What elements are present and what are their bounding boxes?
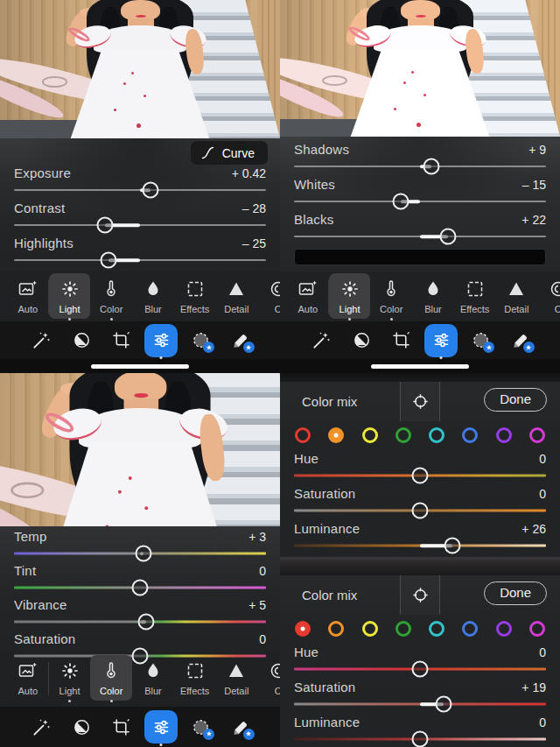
slider-track[interactable] bbox=[294, 536, 546, 555]
healing-button[interactable] bbox=[501, 321, 542, 359]
slider-label: Blacks bbox=[294, 212, 333, 227]
tab-light[interactable]: Light bbox=[329, 273, 371, 319]
color-dot-2[interactable] bbox=[362, 621, 378, 637]
photo-preview[interactable] bbox=[0, 373, 280, 526]
curve-button[interactable]: Curve bbox=[191, 141, 268, 165]
color-dot-6[interactable] bbox=[496, 427, 512, 443]
done-button[interactable]: Done bbox=[484, 581, 547, 605]
slider-track[interactable] bbox=[14, 180, 266, 200]
tab-color[interactable]: Color bbox=[370, 273, 412, 319]
targeted-adjustment-button[interactable] bbox=[400, 382, 440, 421]
edit-sliders-button[interactable] bbox=[422, 321, 462, 359]
slider-track[interactable] bbox=[14, 250, 266, 270]
slider-track[interactable] bbox=[14, 612, 266, 631]
color-dot-1[interactable] bbox=[328, 621, 344, 637]
color-dot-7[interactable] bbox=[529, 427, 545, 443]
slider-knob[interactable] bbox=[132, 580, 149, 596]
slider-track[interactable] bbox=[294, 192, 546, 211]
slider-knob[interactable] bbox=[132, 648, 149, 665]
slider-knob[interactable] bbox=[101, 252, 117, 269]
color-dot-0[interactable] bbox=[295, 427, 311, 443]
done-button[interactable]: Done bbox=[484, 388, 547, 412]
color-dot-0[interactable] bbox=[295, 621, 311, 637]
slider-knob[interactable] bbox=[444, 538, 461, 554]
color-dot-1[interactable] bbox=[328, 427, 344, 443]
tab-effects[interactable]: Effects bbox=[174, 655, 216, 701]
presets-button[interactable] bbox=[62, 708, 102, 746]
slider-track[interactable] bbox=[294, 659, 546, 679]
color-dot-4[interactable] bbox=[429, 621, 444, 637]
photo-preview[interactable] bbox=[280, 0, 560, 137]
tab-auto[interactable]: Auto bbox=[7, 655, 49, 701]
color-dot-4[interactable] bbox=[429, 427, 444, 443]
healing-button[interactable] bbox=[221, 708, 262, 746]
slider-knob[interactable] bbox=[136, 546, 152, 562]
slider-track[interactable] bbox=[294, 729, 546, 747]
presets-button[interactable] bbox=[342, 321, 382, 359]
edit-sliders-button[interactable] bbox=[142, 708, 182, 746]
crop-button[interactable] bbox=[382, 321, 422, 359]
slider-knob[interactable] bbox=[412, 661, 429, 678]
color-dot-5[interactable] bbox=[462, 621, 478, 637]
tab-light[interactable]: Light bbox=[49, 655, 91, 701]
color-dot-2[interactable] bbox=[362, 427, 378, 443]
masking-button[interactable] bbox=[461, 321, 501, 359]
crop-button[interactable] bbox=[102, 708, 142, 746]
color-dot-3[interactable] bbox=[396, 621, 411, 637]
photo-preview[interactable] bbox=[0, 0, 280, 138]
slider-track[interactable] bbox=[294, 466, 546, 485]
slider-track[interactable] bbox=[14, 578, 266, 597]
slider-track[interactable] bbox=[14, 215, 266, 235]
color-dot-6[interactable] bbox=[496, 621, 512, 637]
targeted-adjustment-button[interactable] bbox=[400, 575, 440, 615]
slider-value: + 19 bbox=[522, 680, 546, 694]
slider-knob[interactable] bbox=[439, 229, 456, 245]
color-dot-7[interactable] bbox=[529, 621, 545, 637]
tab-light[interactable]: Light bbox=[49, 273, 91, 319]
tab-o[interactable]: O bbox=[257, 655, 280, 701]
magic-wand-button[interactable] bbox=[302, 321, 342, 359]
slider-knob[interactable] bbox=[412, 731, 429, 747]
premium-star-badge bbox=[483, 342, 494, 353]
slider-knob[interactable] bbox=[143, 182, 159, 199]
tab-blur[interactable]: Blur bbox=[412, 273, 454, 319]
slider-knob[interactable] bbox=[138, 614, 155, 631]
presets-button[interactable] bbox=[62, 321, 102, 359]
tab-effects[interactable]: Effects bbox=[454, 273, 496, 319]
slider-track[interactable] bbox=[294, 501, 546, 520]
tab-detail[interactable]: Detail bbox=[495, 273, 537, 319]
masking-button[interactable] bbox=[181, 708, 221, 746]
healing-button[interactable] bbox=[221, 321, 262, 359]
tab-auto[interactable]: Auto bbox=[7, 273, 49, 319]
tab-color[interactable]: Color bbox=[90, 655, 132, 701]
slider-track[interactable] bbox=[294, 157, 546, 176]
slider-knob[interactable] bbox=[412, 503, 429, 519]
tab-blur[interactable]: Blur bbox=[132, 273, 174, 319]
slider-knob[interactable] bbox=[412, 468, 429, 484]
tab-o[interactable]: O bbox=[257, 273, 280, 319]
slider-track[interactable] bbox=[14, 544, 266, 563]
edit-sliders-button[interactable] bbox=[142, 321, 182, 359]
tab-o[interactable]: O bbox=[537, 273, 560, 319]
slider-track[interactable] bbox=[294, 694, 546, 714]
color-dot-3[interactable] bbox=[396, 427, 411, 443]
masking-button[interactable] bbox=[181, 321, 221, 359]
tab-detail[interactable]: Detail bbox=[215, 655, 257, 701]
slider-knob[interactable] bbox=[436, 696, 452, 713]
slider-value: – 25 bbox=[242, 236, 266, 250]
crop-button[interactable] bbox=[102, 321, 142, 359]
color-dot-5[interactable] bbox=[462, 427, 478, 443]
tab-auto[interactable]: Auto bbox=[287, 273, 329, 319]
slider-knob[interactable] bbox=[96, 217, 113, 234]
slider-knob[interactable] bbox=[393, 194, 410, 210]
magic-wand-icon bbox=[32, 717, 52, 737]
slider-track[interactable] bbox=[294, 227, 546, 246]
light-icon bbox=[60, 278, 80, 300]
tab-effects[interactable]: Effects bbox=[174, 273, 216, 319]
slider-knob[interactable] bbox=[423, 159, 439, 175]
magic-wand-button[interactable] bbox=[22, 708, 62, 746]
magic-wand-button[interactable] bbox=[22, 321, 62, 359]
slider-value: + 5 bbox=[248, 598, 266, 612]
tab-detail[interactable]: Detail bbox=[215, 273, 257, 319]
tab-color[interactable]: Color bbox=[90, 273, 132, 319]
